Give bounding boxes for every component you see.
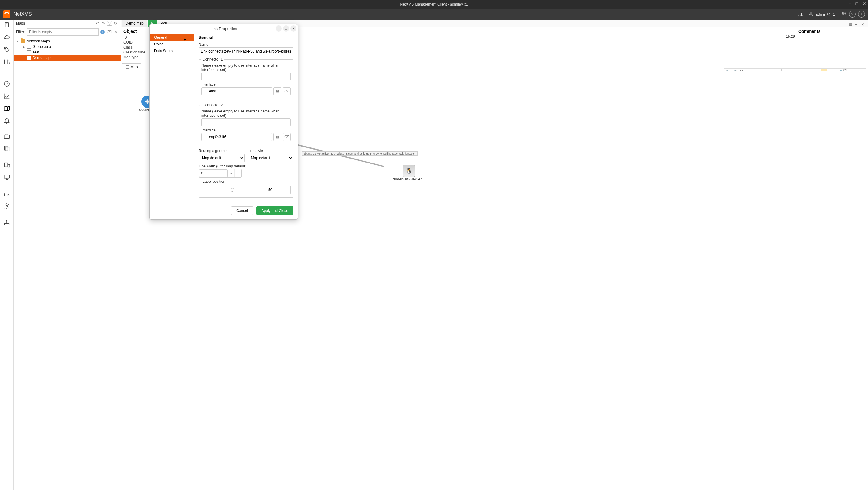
window-minimize-icon[interactable]: − [849, 1, 851, 6]
slider-thumb[interactable] [230, 188, 234, 192]
rail-device-icon[interactable] [3, 162, 10, 168]
dialog-minimize-icon[interactable]: − [276, 26, 282, 32]
labelpos-increment[interactable]: + [284, 186, 290, 194]
connector1-legend: Connector 1 [202, 57, 224, 61]
map-node-b[interactable]: build-ubuntu-20-x64.o... [393, 165, 425, 181]
server-label: ::1 [798, 12, 802, 17]
conn1-name-input[interactable] [202, 73, 291, 81]
help-icon[interactable]: ? [849, 11, 856, 18]
map-tab[interactable]: Map [122, 63, 141, 70]
labelpos-label: Label position [202, 179, 226, 184]
rail-monitor-icon[interactable] [3, 174, 10, 181]
user-menu[interactable]: admin@::1 [808, 11, 835, 18]
rail-briefcase-icon[interactable] [3, 133, 10, 140]
nav-data-sources[interactable]: Data Sources [150, 48, 194, 54]
labelpos-group: Label position − + [198, 179, 293, 198]
svg-rect-10 [5, 147, 9, 151]
server-icon [403, 165, 415, 177]
rail-map-icon[interactable] [3, 105, 10, 112]
dialog-close-icon[interactable]: ✕ [290, 26, 297, 32]
dialog-title: Link Properties [211, 26, 237, 31]
conn1-iface-input[interactable] [202, 87, 272, 95]
rail-bell-icon[interactable] [3, 117, 10, 124]
prop-key: Class [123, 45, 151, 50]
panel-forward-icon[interactable]: ↷ [101, 21, 106, 26]
panel-filter-icon[interactable]: ▽ [107, 21, 112, 26]
conn2-iface-input[interactable] [202, 133, 272, 141]
conn1-pick-icon[interactable]: ⊞ [274, 87, 281, 95]
filter-info-icon[interactable]: i [100, 30, 105, 34]
labelpos-input[interactable] [267, 186, 277, 194]
linewidth-stepper[interactable]: − + [198, 169, 242, 178]
filter-input[interactable] [27, 28, 98, 36]
svg-rect-12 [8, 164, 9, 167]
prop-key: ID [123, 35, 151, 40]
rail-gauge-icon[interactable] [3, 81, 10, 87]
tab-close-icon[interactable]: ✕ [861, 23, 866, 27]
linewidth-decrement[interactable]: − [228, 169, 235, 177]
rail-export-icon[interactable] [3, 219, 10, 226]
rail-cloud-icon[interactable] [3, 34, 10, 40]
rail-stats-icon[interactable] [3, 191, 10, 197]
tree-label: Demo map [33, 56, 51, 60]
routing-select[interactable]: Map default [198, 153, 245, 162]
rail-clipboard-icon[interactable] [3, 22, 10, 28]
svg-point-1 [842, 14, 843, 15]
svg-rect-15 [4, 224, 9, 226]
conn2-name-label: Name (leave empty to use interface name … [202, 109, 291, 118]
conn2-name-input[interactable] [202, 118, 291, 126]
filter-clear-icon[interactable]: ✕ [113, 29, 118, 34]
info-icon[interactable]: i [858, 11, 865, 18]
rail-copy-icon[interactable] [3, 145, 10, 152]
nav-color[interactable]: Color [150, 41, 194, 48]
panel-refresh-icon[interactable]: ⟳ [113, 21, 118, 26]
rail-tags-icon[interactable] [3, 46, 10, 53]
labelpos-decrement[interactable]: − [277, 186, 284, 194]
tab-tool2-icon[interactable]: ▾ [855, 23, 859, 27]
map-link-label: ubuntu-22-x64.office.radensolutions.com … [302, 151, 418, 156]
conn2-pick-icon[interactable]: ⊞ [274, 133, 281, 141]
rail-chart-icon[interactable] [3, 93, 10, 99]
map-tab-label: Map [130, 65, 137, 69]
svg-rect-11 [4, 163, 7, 167]
rail-gear-icon[interactable] [3, 203, 10, 209]
routing-label: Routing algorithm [198, 149, 245, 153]
panel-back-icon[interactable]: ↶ [95, 21, 100, 26]
folder-icon [21, 39, 25, 43]
tab-tool1-icon[interactable]: ▦ [849, 23, 853, 27]
linewidth-input[interactable] [199, 169, 228, 177]
filter-erase-icon[interactable]: ⌫ [106, 29, 112, 34]
window-close-icon[interactable]: ✕ [863, 1, 866, 6]
svg-rect-8 [4, 135, 9, 138]
labelpos-slider[interactable] [202, 187, 263, 193]
link-properties-dialog: Link Properties − □ ✕ General Color Data… [150, 24, 298, 220]
tree-item-group-auto[interactable]: ▸ Group auto [13, 44, 121, 50]
dialog-maximize-icon[interactable]: □ [283, 26, 289, 32]
conn1-clear-icon[interactable]: ⌫ [283, 87, 291, 95]
apply-close-button[interactable]: Apply and Close [256, 206, 293, 215]
tree-label: Group auto [33, 45, 51, 49]
prop-key: Creation time [123, 50, 151, 54]
svg-point-3 [845, 13, 846, 14]
tree-item-demo-map[interactable]: Demo map [13, 55, 121, 60]
window-maximize-icon[interactable]: □ [856, 1, 858, 6]
conn2-clear-icon[interactable]: ⌫ [283, 133, 291, 141]
map-icon [27, 50, 31, 54]
cancel-button[interactable]: Cancel [231, 206, 253, 215]
tree-item-test[interactable]: Test [13, 50, 121, 55]
name-input[interactable] [198, 47, 293, 55]
app-header: NetXMS ::1 admin@::1 ? i [0, 9, 868, 20]
comments-heading: Comments [798, 29, 866, 34]
sliders-icon[interactable] [841, 11, 846, 18]
tree-twisty-icon[interactable]: ▾ [16, 40, 20, 43]
os-titlebar: NetXMS Management Client - admin@::1 − □… [0, 0, 868, 9]
nav-general[interactable]: General [150, 34, 194, 41]
tree-twisty-icon[interactable]: ▸ [22, 45, 26, 49]
linewidth-increment[interactable]: + [235, 169, 241, 177]
tree-root[interactable]: ▾ Network Maps [13, 38, 121, 44]
conn1-iface-label: Interface [202, 82, 291, 87]
rail-library-icon[interactable] [3, 58, 10, 65]
linestyle-select[interactable]: Map default [248, 153, 294, 162]
tab-demo-map[interactable]: Demo map [122, 20, 147, 27]
left-rail [0, 20, 13, 490]
